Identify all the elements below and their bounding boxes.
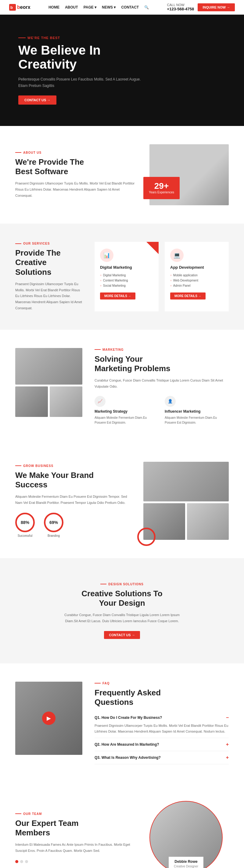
nav-page[interactable]: PAGE ▾: [84, 5, 96, 9]
faq-answer-1: Praesent Dignissim Ullamcorper Turpis Eu…: [95, 723, 229, 734]
dot-1[interactable]: [15, 860, 18, 863]
team-carousel-dots: [15, 860, 131, 863]
faq-item-2: Q2. How Are Measured In Marketing? +: [95, 738, 229, 751]
marketing-tag: MARKETING: [95, 348, 229, 351]
faq-image-wrap: ▶: [15, 682, 82, 755]
team-member-name: Debbie Rowe: [174, 860, 198, 864]
services-heading: Provide The Creative Solutions: [15, 248, 82, 277]
list-item: Digital Marketing: [100, 273, 153, 278]
hero-description: Pellentesque Convallis Posuere Leo Fauci…: [18, 76, 146, 89]
dot-2[interactable]: [20, 860, 23, 863]
faq-toggle-2: +: [226, 742, 229, 747]
mcard1-title: Marketing Strategy: [95, 409, 159, 413]
nav-links: HOME ABOUT PAGE ▾ NEWS ▾ CONTACT 🔍: [49, 5, 149, 9]
play-button[interactable]: ▶: [42, 712, 56, 725]
stat-label-2: Branding: [44, 534, 63, 537]
inquire-button[interactable]: INQUIRE NOW →: [197, 3, 235, 11]
service-card2-title: App Development: [170, 265, 223, 270]
brand-img-3: [187, 503, 229, 540]
stat-circle-1: 88%: [15, 513, 35, 532]
team-member-role: Creative Designer: [174, 865, 198, 868]
marketing-card2: 👤 Influencer Marketing Aliquam Molestie …: [165, 396, 229, 425]
team-member-info: Debbie Rowe Creative Designer: [169, 857, 204, 868]
list-item: Admin Panel: [170, 283, 223, 288]
creative-cta-button[interactable]: CONTACT US →: [104, 631, 140, 639]
marketing-section: MARKETING Solving Your Marketing Problem…: [0, 330, 244, 443]
progress-bars: 88% Successful 69% Branding: [15, 513, 131, 537]
team-text: Interdum Et Malesuada Fames Ac Ante Ipsu…: [15, 842, 131, 854]
stat-label-1: Successful: [15, 534, 35, 537]
marketing-cards: 📈 Marketing Strategy Aliquam Molestie Fe…: [95, 396, 229, 425]
service-card-digital: 📊 Digital Marketing Digital Marketing Co…: [95, 242, 159, 311]
faq-question-3[interactable]: Q3. What Is Reason Why Advertising? +: [95, 755, 229, 760]
service-card-app: 💻 App Development Mobile application Web…: [165, 242, 229, 311]
nav-search-icon[interactable]: 🔍: [144, 5, 149, 9]
nav-contact[interactable]: CONTACT: [121, 5, 139, 9]
card-corner-accent: [146, 242, 159, 254]
logo-icon: b: [9, 4, 16, 11]
marketing-heading: Solving Your Marketing Problems: [95, 354, 229, 373]
services-tag: OUR SERVICES: [15, 242, 82, 245]
faq-toggle-1: −: [226, 715, 229, 720]
nav-about[interactable]: ABOUT: [65, 5, 78, 9]
nav-phone-number: +123-568-4758: [167, 7, 194, 11]
navbar: b beorx HOME ABOUT PAGE ▾ NEWS ▾ CONTACT…: [0, 0, 244, 14]
marketing-text: Curabitur Congue, Fusce Diam Convallis T…: [95, 378, 229, 390]
mcard1-text: Aliquam Molestie Fermentum Diam.Eu Posue…: [95, 415, 159, 425]
list-item: Content Marketing: [100, 278, 153, 283]
faq-toggle-3: +: [226, 755, 229, 760]
service-card1-btn[interactable]: MORE DETAILS →: [100, 292, 135, 300]
nav-home[interactable]: HOME: [49, 5, 59, 9]
marketing-img-2: [15, 386, 48, 417]
nav-phone-block: CALL NOW +123-568-4758: [167, 3, 194, 11]
brand-circle-accent: [137, 528, 156, 546]
stat-circle-2: 69%: [44, 513, 63, 532]
list-item: Web Development: [170, 278, 223, 283]
app-dev-icon: 💻: [170, 249, 184, 262]
nav-logo[interactable]: b beorx: [9, 4, 30, 11]
nav-right: CALL NOW +123-568-4758 INQUIRE NOW →: [167, 3, 235, 11]
creative-tag: DESIGN SOLUTIONS: [58, 583, 186, 586]
faq-question-2[interactable]: Q2. How Are Measured In Marketing? +: [95, 742, 229, 747]
creative-heading: Creative Solutions To Your Design: [58, 589, 186, 608]
about-section: ABOUT US We're Provide The Best Software…: [0, 126, 244, 223]
faq-tag: FAQ: [95, 682, 229, 685]
dot-3[interactable]: [25, 860, 28, 863]
faq-question-1[interactable]: Q1. How Do I Create For My Business? −: [95, 715, 229, 720]
team-member-card: Debbie Rowe Creative Designer: [143, 801, 229, 868]
logo-text: beorx: [17, 5, 30, 10]
marketing-img-3: [50, 386, 82, 417]
strategy-icon: 📈: [95, 396, 105, 407]
team-section: OUR TEAM Our Expert Team Members Interdu…: [0, 783, 244, 868]
marketing-img-1: [15, 348, 82, 384]
creative-text: Curabitur Congue, Fusce Diam Convallis T…: [58, 612, 186, 624]
brand-img-2: [143, 503, 185, 540]
services-section: OUR SERVICES Provide The Creative Soluti…: [0, 223, 244, 330]
service-card2-btn[interactable]: MORE DETAILS →: [170, 292, 206, 300]
faq-item-1: Q1. How Do I Create For My Business? − P…: [95, 711, 229, 738]
hero-heading: We Believe In Creativity: [18, 43, 146, 71]
brand-section: GROW BUSINESS We Make Your Brand Success…: [0, 443, 244, 558]
team-tag: OUR TEAM: [15, 812, 131, 815]
stat-successful: 88% Successful: [15, 513, 35, 537]
influencer-icon: 👤: [165, 396, 176, 407]
nav-phone-label: CALL NOW: [167, 3, 185, 7]
about-text: Praesent Dignissim Ullamcorper Turpis Eu…: [15, 181, 137, 198]
marketing-images: [15, 348, 82, 417]
creative-section: DESIGN SOLUTIONS Creative Solutions To Y…: [0, 558, 244, 663]
marketing-card1: 📈 Marketing Strategy Aliquam Molestie Fe…: [95, 396, 159, 425]
brand-img-1: [143, 462, 229, 501]
service-card1-title: Digital Marketing: [100, 265, 153, 270]
nav-news[interactable]: NEWS ▾: [102, 5, 116, 9]
digital-marketing-icon: 📊: [100, 249, 114, 262]
mcard2-title: Influencer Marketing: [165, 409, 229, 413]
hero-cta-button[interactable]: CONTACT US →: [18, 95, 56, 104]
faq-heading: Frequently Asked Questions: [95, 688, 229, 707]
services-text: Praesent Dignissim Ullamcorper Turpis Eu…: [15, 281, 82, 311]
hero-tag: WE'RE THE BEST: [18, 36, 146, 40]
brand-text: Aliquam Molestie Fermentum Diam Eu Posue…: [15, 494, 131, 506]
about-tag: ABOUT US: [15, 151, 137, 154]
list-item: Social Marketing: [100, 283, 153, 288]
about-heading: We're Provide The Best Software: [15, 157, 137, 176]
faq-item-3: Q3. What Is Reason Why Advertising? +: [95, 751, 229, 764]
